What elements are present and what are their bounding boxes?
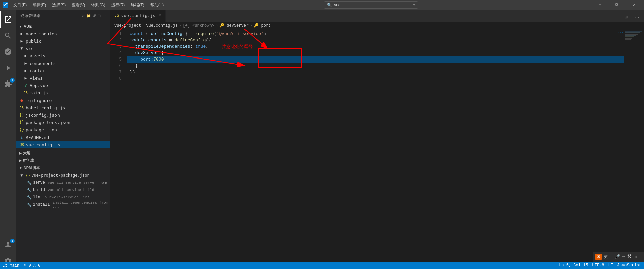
tree-item-node-modules[interactable]: ▶ node_modules xyxy=(16,30,110,37)
accounts-badge: 1 xyxy=(10,239,15,243)
menu-help[interactable]: 帮助(H) xyxy=(148,2,167,8)
breadcrumb-file[interactable]: vue.config.js xyxy=(146,23,178,28)
activity-search[interactable] xyxy=(0,28,16,44)
code-editor[interactable]: 1 2 3 4 5 6 7 8 const { defineConfig } xyxy=(110,29,644,269)
prop-exports: exports xyxy=(148,37,167,43)
tree-item-package-file[interactable]: ▼ {} vue-project\package.json xyxy=(16,171,110,179)
ime-tools[interactable]: 🛠 xyxy=(627,254,632,259)
readme-label: README.md xyxy=(26,135,49,140)
more-actions-icon[interactable]: ··· xyxy=(102,14,106,18)
menu-select[interactable]: 选择(S) xyxy=(49,2,68,8)
ime-mic[interactable]: 🎤 xyxy=(614,254,620,260)
tree-item-jsconfig[interactable]: {} jsconfig.json xyxy=(16,111,110,119)
breadcrumb: vue-project › vue.config.js › [⊕] <unkno… xyxy=(110,22,644,29)
activity-extensions[interactable]: 1 xyxy=(0,76,16,92)
tree-item-readme[interactable]: ℹ README.md xyxy=(16,133,110,141)
folder-icon: ▶ xyxy=(23,68,28,73)
tree-item-router[interactable]: ▶ router xyxy=(16,67,110,74)
encoding-indicator[interactable]: UTF-8 xyxy=(592,263,604,268)
breadcrumb-unknown[interactable]: [⊕] <unknown> xyxy=(183,23,214,28)
activity-source-control[interactable] xyxy=(0,44,16,60)
activity-accounts[interactable]: 1 xyxy=(0,237,16,253)
npm-scripts-header[interactable]: ▼ NPM 脚本 xyxy=(16,164,110,171)
menu-edit[interactable]: 编辑(E) xyxy=(30,2,49,8)
tree-item-package-lock[interactable]: {} package-lock.json xyxy=(16,119,110,126)
tree-item-package-json[interactable]: {} package.json xyxy=(16,126,110,133)
tab-close-button[interactable]: × xyxy=(159,13,161,18)
new-file-icon[interactable]: ⊕ xyxy=(82,14,85,18)
ime-extra2[interactable]: ⊟ xyxy=(639,254,641,260)
timeline-header[interactable]: ▶ 时间线 xyxy=(16,157,110,164)
punc-6: : xyxy=(151,56,153,63)
outline-header[interactable]: ▶ 大纲 xyxy=(16,149,110,157)
chevron-right-icon: ▶ xyxy=(19,159,22,162)
code-content[interactable]: const { defineConfig } = require ( '@vue… xyxy=(127,29,624,269)
collapse-all-icon[interactable]: ⊟ xyxy=(98,14,101,18)
split-editor-icon[interactable]: ⊞ xyxy=(623,13,629,22)
npm-script-lint[interactable]: 🔧 lint vue-cli-service lint xyxy=(16,194,110,201)
indent-5 xyxy=(130,56,140,63)
indent-6 xyxy=(130,63,135,69)
vue-section-label: VUE xyxy=(24,24,32,28)
tab-vue-config[interactable]: JS vue.config.js × xyxy=(110,10,166,22)
build-script-cmd: vue-cli-service build xyxy=(48,188,94,192)
json-icon: {} xyxy=(19,120,24,125)
menu-file[interactable]: 文件(F) xyxy=(11,2,29,8)
serve-run-icon[interactable]: ▶ xyxy=(105,180,108,185)
line-ending-indicator[interactable]: LF xyxy=(608,263,613,268)
menu-terminal[interactable]: 终端(T) xyxy=(128,2,147,8)
vue-section-header[interactable]: ▼ VUE xyxy=(16,23,110,30)
git-branch-icon[interactable]: ⎇ main xyxy=(3,263,20,268)
activity-explorer[interactable] xyxy=(0,11,16,28)
punc-5: :{ xyxy=(159,50,164,56)
tree-item-babel-config[interactable]: JS babel.config.js xyxy=(16,104,110,111)
menu-view[interactable]: 查看(V) xyxy=(69,2,88,8)
tree-item-views[interactable]: ▶ views xyxy=(16,74,110,82)
npm-script-install[interactable]: 🔧 install install dependencies from ... xyxy=(16,201,110,208)
breadcrumb-port[interactable]: 🔑 port xyxy=(254,23,271,28)
status-left: ⎇ main ⊗ 0 △ 0 xyxy=(3,263,40,268)
tree-item-src[interactable]: ▼ src xyxy=(16,45,110,52)
sidebar-header-actions[interactable]: ⊕ 📁 ↺ ⊟ ··· xyxy=(82,14,106,18)
folder-icon: ▶ xyxy=(23,53,28,58)
activity-run-debug[interactable] xyxy=(0,60,16,76)
ime-kbd[interactable]: ⌨ xyxy=(622,254,625,260)
folder-icon: ▶ xyxy=(19,39,24,43)
restore-button[interactable]: ❐ xyxy=(592,0,608,10)
file-explorer: ▼ VUE ▶ node_modules ▶ public xyxy=(16,22,110,269)
tree-item-components[interactable]: ▶ components xyxy=(16,60,110,67)
maximize-button[interactable]: ⧉ xyxy=(609,0,624,10)
tree-item-main-js[interactable]: JS main.js xyxy=(16,89,110,97)
breadcrumb-project[interactable]: vue-project xyxy=(114,23,141,28)
tree-item-vue-config[interactable]: JS vue.config.js xyxy=(16,141,110,148)
tree-item-app-vue[interactable]: V App.vue xyxy=(16,82,110,89)
minimize-button[interactable]: — xyxy=(575,0,591,10)
tree-item-public[interactable]: ▶ public xyxy=(16,37,110,45)
refresh-icon[interactable]: ↺ xyxy=(93,14,96,18)
menu-goto[interactable]: 转到(G) xyxy=(88,2,108,8)
language-indicator[interactable]: JavaScript xyxy=(617,263,641,268)
str-1: '@vue/cli-service' xyxy=(216,31,263,37)
more-tab-actions-icon[interactable]: ··· xyxy=(630,13,641,22)
serve-gear-icon[interactable]: ⚙ xyxy=(102,180,104,185)
status-right: Ln 5, Col 15 UTF-8 LF JavaScript xyxy=(559,263,641,268)
tree-item-assets[interactable]: ▶ assets xyxy=(16,52,110,60)
close-button[interactable]: ✕ xyxy=(626,0,641,10)
op-3: = xyxy=(166,37,174,43)
punc-7: } xyxy=(135,63,138,69)
tree-item-gitignore[interactable]: ● .gitignore xyxy=(16,97,110,104)
search-dropdown-icon[interactable]: ▼ xyxy=(413,3,415,7)
search-input[interactable] xyxy=(334,3,411,7)
error-icon[interactable]: ⊗ 0 △ 0 xyxy=(24,263,40,268)
breadcrumb-devserver[interactable]: 🔑 devServer xyxy=(219,23,249,28)
tab-bar-right: ⊞ ··· xyxy=(623,13,644,22)
menu-run[interactable]: 运行(R) xyxy=(109,2,128,8)
title-bar-left: 文件(F) 编辑(E) 选择(S) 查看(V) 转到(G) 运行(R) 终端(T… xyxy=(3,2,166,8)
npm-script-serve[interactable]: 🔧 serve vue-cli-service serve ⚙ ▶ xyxy=(16,179,110,186)
ime-extra1[interactable]: ⊞ xyxy=(634,254,636,260)
new-folder-icon[interactable]: 📁 xyxy=(86,14,91,18)
npm-script-build[interactable]: 🔧 build vue-cli-service build xyxy=(16,186,110,194)
ln-col-indicator[interactable]: Ln 5, Col 15 xyxy=(559,263,588,268)
menu-bar[interactable]: 文件(F) 编辑(E) 选择(S) 查看(V) 转到(G) 运行(R) 终端(T… xyxy=(11,2,166,8)
global-search-bar[interactable]: 🔍 ▼ xyxy=(324,1,418,9)
